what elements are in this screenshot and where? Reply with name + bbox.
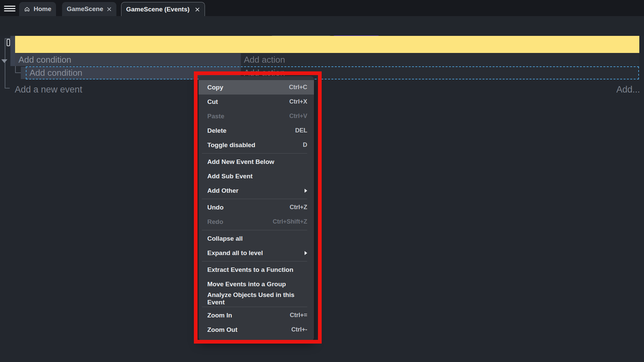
menu-item-zoom-in[interactable]: Zoom In Ctrl+= [199, 308, 314, 322]
menu-item-cut[interactable]: Cut Ctrl+X [199, 95, 314, 109]
events-sheet: Add condition Add action Add condition A… [0, 36, 644, 362]
highlighted-comment-block[interactable] [15, 36, 639, 53]
events-toolbar: Preview Publish [0, 16, 644, 36]
tab-label: GameScene (Events) [126, 6, 190, 13]
close-icon [195, 7, 200, 12]
main-menu-button[interactable] [4, 4, 15, 13]
menu-separator [202, 230, 307, 230]
menu-item-undo[interactable]: Undo Ctrl+Z [199, 200, 314, 215]
tree-line [5, 38, 10, 39]
menu-item-delete[interactable]: Delete DEL [199, 123, 314, 138]
subevent-drag-handle[interactable] [21, 67, 26, 79]
add-new-event-button[interactable]: Add a new event [15, 84, 82, 95]
menu-separator [202, 261, 307, 261]
menu-item-add-sub-event[interactable]: Add Sub Event [199, 169, 314, 183]
menu-item-copy[interactable]: Copy Ctrl+C [199, 80, 314, 95]
tree-line [5, 38, 5, 88]
tree-line [15, 72, 21, 73]
tab-gamescene[interactable]: GameScene [62, 2, 116, 16]
context-menu: Copy Ctrl+C Cut Ctrl+X Paste Ctrl+V Dele… [199, 76, 314, 341]
home-icon [24, 6, 30, 13]
submenu-arrow-icon [305, 189, 307, 193]
menu-item-paste: Paste Ctrl+V [199, 109, 314, 123]
menu-separator [202, 307, 307, 307]
menu-item-add-new-event-below[interactable]: Add New Event Below [199, 155, 314, 169]
collapse-event-toggle[interactable] [1, 59, 7, 63]
menu-item-expand-all-to-level[interactable]: Expand all to level [199, 246, 314, 260]
menu-item-zoom-out[interactable]: Zoom Out Ctrl+- [199, 322, 314, 337]
add-action-button[interactable]: Add action [241, 53, 639, 66]
add-more-button[interactable]: Add... [616, 84, 640, 95]
menu-separator [202, 199, 307, 199]
close-tab-button[interactable] [195, 7, 200, 12]
add-new-event-row: Add a new event Add... [0, 84, 644, 97]
tab-label: GameScene [67, 5, 103, 13]
tab-label: Home [34, 5, 51, 13]
tab-gamescene-events[interactable]: GameScene (Events) [121, 2, 205, 16]
hamburger-icon [4, 6, 15, 7]
tab-home[interactable]: Home [19, 2, 56, 16]
tree-line [15, 66, 16, 73]
menu-item-collapse-all[interactable]: Collapse all [199, 231, 314, 246]
menu-item-analyze-objects[interactable]: Analyze Objects Used in this Event [199, 291, 314, 306]
menu-item-redo: Redo Ctrl+Shift+Z [199, 215, 314, 229]
menu-item-add-other[interactable]: Add Other [199, 183, 314, 198]
add-condition-button[interactable]: Add condition [15, 53, 241, 66]
close-tab-button[interactable] [107, 7, 112, 12]
submenu-arrow-icon [305, 251, 307, 255]
menu-separator [202, 153, 307, 154]
close-icon [107, 7, 112, 12]
menu-item-move-events-into-group[interactable]: Move Events into a Group [199, 277, 314, 291]
event-drag-handle[interactable] [10, 36, 15, 66]
gdevelop-window: Home GameScene GameScene (Events) [0, 0, 644, 362]
menu-item-extract-events-to-function[interactable]: Extract Events to a Function [199, 262, 314, 277]
tab-bar: Home GameScene GameScene (Events) [0, 0, 644, 16]
menu-item-toggle-disabled[interactable]: Toggle disabled D [199, 138, 314, 152]
